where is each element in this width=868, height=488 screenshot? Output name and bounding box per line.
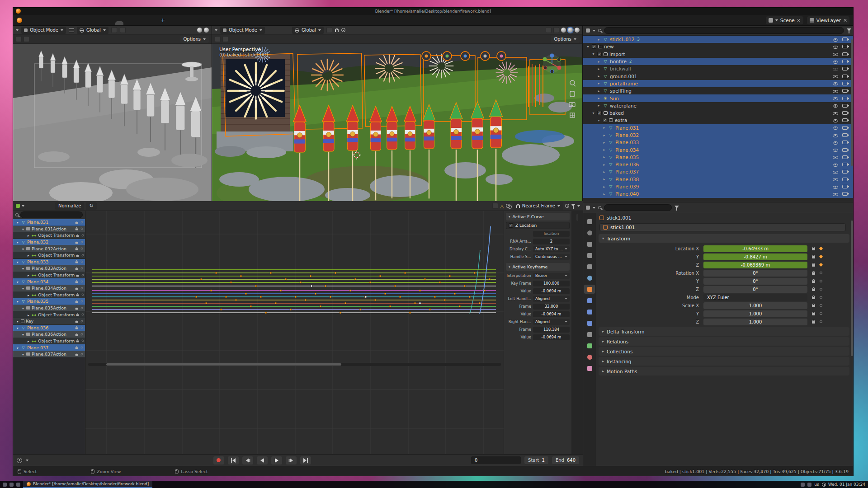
hide-viewport-icon[interactable] (833, 89, 838, 94)
select-mode-icon[interactable] (222, 36, 228, 42)
viewport-menu-item[interactable] (284, 29, 289, 31)
transform-panel-header[interactable]: Transform (599, 234, 849, 243)
playback-menu-item[interactable] (32, 460, 37, 461)
outliner-row[interactable]: import (583, 51, 854, 58)
outliner-row[interactable]: baked (583, 109, 854, 117)
shading-wireframe-icon[interactable] (561, 28, 566, 33)
hide-viewport-icon[interactable] (833, 177, 838, 182)
property-value-field[interactable]: 1.000 (703, 302, 807, 309)
hide-viewport-icon[interactable] (833, 133, 838, 138)
properties-tab[interactable] (584, 285, 595, 294)
expand-icon[interactable] (21, 305, 25, 310)
mute-icon[interactable] (81, 300, 83, 303)
mute-icon[interactable] (81, 333, 83, 335)
mute-icon[interactable] (81, 327, 83, 329)
jump-to-start-button[interactable] (228, 456, 239, 465)
menu-item[interactable] (45, 19, 52, 22)
shading-material-icon[interactable] (204, 28, 209, 33)
channel-row[interactable]: Plane.035Action (13, 305, 85, 312)
channel-row[interactable]: Key (13, 318, 85, 325)
shading-rendered-icon[interactable] (575, 28, 580, 33)
expand-icon[interactable] (597, 60, 601, 64)
properties-tab[interactable] (584, 307, 595, 316)
expand-icon[interactable] (16, 325, 19, 330)
workspace-tab[interactable] (140, 21, 148, 25)
lock-icon[interactable] (812, 248, 815, 250)
channel-row[interactable]: Object Transform (13, 232, 85, 239)
mute-icon[interactable] (81, 281, 83, 283)
lock-icon[interactable] (812, 256, 815, 258)
channel-row[interactable]: Object Transform (13, 311, 85, 318)
sidebar-tab[interactable] (576, 232, 578, 239)
collection-checkbox[interactable] (597, 52, 602, 56)
expand-icon[interactable] (602, 148, 606, 152)
gizmo-toggle-icon[interactable] (546, 27, 552, 33)
lock-icon[interactable] (75, 328, 78, 329)
keyframe-decorator-icon[interactable] (820, 304, 822, 307)
properties-tab[interactable] (584, 239, 595, 249)
disable-render-icon[interactable] (842, 38, 848, 41)
editor-type-icon[interactable] (16, 29, 19, 31)
sidebar-tab[interactable] (576, 223, 578, 230)
expand-icon[interactable] (586, 45, 590, 49)
menu-item[interactable] (30, 19, 38, 22)
outliner-search-input[interactable] (604, 27, 844, 34)
channel-row[interactable]: Object Transform (13, 292, 85, 299)
lock-icon[interactable] (812, 264, 815, 267)
property-value-field[interactable]: 1.000 (703, 310, 807, 317)
channel-row[interactable]: Plane.031 (13, 219, 85, 226)
active-keyframe-panel-header[interactable]: Active Keyframe (506, 263, 570, 271)
channel-name-box[interactable]: Z Location (506, 222, 570, 229)
interpolation-dropdown[interactable]: Bezier (533, 273, 570, 279)
lock-icon[interactable] (75, 301, 78, 303)
lock-icon[interactable] (812, 289, 815, 291)
hide-viewport-icon[interactable] (833, 140, 838, 145)
expand-icon[interactable] (16, 319, 19, 324)
curve-view[interactable] (85, 211, 504, 454)
key-frame-field[interactable]: 100.000 (533, 281, 570, 286)
chevron-down-icon[interactable] (593, 30, 595, 32)
end-frame-field[interactable]: End640 (552, 456, 579, 464)
property-value-field[interactable]: -0.64933 m (703, 245, 807, 252)
disable-render-icon[interactable] (842, 67, 848, 70)
channel-row[interactable]: Plane.033Action (13, 265, 85, 272)
filter-icon[interactable] (675, 206, 679, 208)
mute-icon[interactable] (81, 353, 83, 355)
lock-icon[interactable] (812, 321, 815, 324)
properties-tab[interactable] (584, 364, 595, 373)
hide-viewport-icon[interactable] (833, 74, 838, 79)
lock-icon[interactable] (812, 281, 815, 283)
filter-icon[interactable] (847, 28, 851, 31)
workspace-tab[interactable] (66, 21, 75, 25)
channel-row[interactable]: Plane.034Action (13, 285, 85, 292)
property-value-field[interactable]: 0° (703, 286, 807, 293)
lock-icon[interactable] (76, 275, 79, 277)
property-value-field[interactable]: -0.8427 m (703, 253, 807, 260)
normalize-button[interactable]: Normalize (55, 202, 84, 210)
viewport-left-body[interactable] (13, 44, 212, 201)
channel-row[interactable]: Plane.037 (13, 344, 85, 351)
play-button[interactable] (271, 456, 282, 465)
mute-icon[interactable] (82, 314, 84, 316)
curve-horizontal-scrollbar[interactable] (88, 363, 501, 366)
property-value-field[interactable]: XYZ Euler (703, 294, 807, 301)
viewport-menu-item[interactable] (273, 29, 278, 31)
workspace-tab[interactable] (75, 21, 83, 25)
expand-icon[interactable] (16, 220, 19, 225)
mute-icon[interactable] (81, 228, 83, 230)
viewport-center-body[interactable]: User Perspective (0) baked | stick1.001 (212, 44, 582, 201)
channel-row[interactable]: Plane.037Action (13, 351, 85, 358)
properties-scrollbar[interactable] (851, 221, 853, 356)
active-fcurve-panel-header[interactable]: Active F-Curve (506, 213, 570, 221)
properties-tab[interactable] (584, 319, 595, 328)
outliner-row[interactable]: stick1.012 3 (583, 36, 854, 43)
disable-render-icon[interactable] (842, 118, 848, 122)
chevron-down-icon[interactable] (22, 205, 24, 207)
disable-render-icon[interactable] (842, 178, 848, 181)
lock-icon[interactable] (75, 268, 78, 270)
channel-row[interactable]: Plane.036 (13, 325, 85, 332)
disable-render-icon[interactable] (842, 45, 848, 48)
right-frame-field[interactable]: 118.184 (533, 327, 570, 333)
orientation-dropdown[interactable]: Global (292, 27, 324, 34)
properties-section-header[interactable]: Relations (599, 337, 849, 346)
